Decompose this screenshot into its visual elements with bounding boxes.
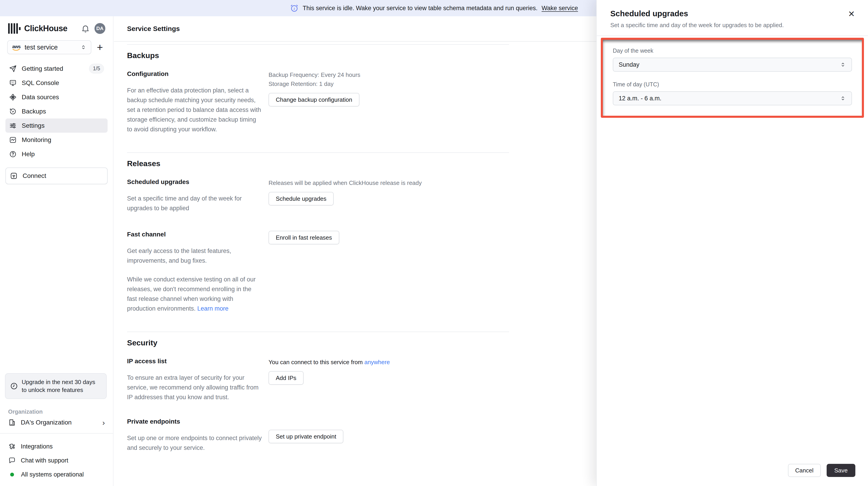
wifi-box-icon [10, 172, 18, 180]
status-text: All systems operational [21, 471, 84, 478]
day-of-week-value: Sunday [619, 61, 640, 68]
divider [127, 152, 509, 153]
service-selector[interactable]: aws test service [7, 40, 91, 54]
time-of-day-value: 12 a.m. - 6 a.m. [619, 95, 661, 102]
organization-name: DA's Organization [21, 419, 72, 426]
sidebar-item-integrations[interactable]: Integrations [8, 439, 105, 453]
connect-button[interactable]: Connect [5, 168, 107, 184]
aws-provider-icon: aws [12, 44, 21, 51]
sidebar-item-help[interactable]: Help [5, 147, 107, 161]
time-of-day-field: Time of day (UTC) 12 a.m. - 6 a.m. [613, 81, 852, 105]
sidebar-header: ClickHouse DA [0, 16, 113, 39]
upgrade-notice-card: Upgrade in the next 30 days to unlock mo… [5, 373, 107, 399]
backups-description: For an effective data protection plan, s… [127, 86, 263, 134]
organization-section-label: Organization [0, 408, 113, 419]
sidebar-item-getting-started[interactable]: Getting started 1/5 [5, 61, 107, 76]
brand-title: ClickHouse [24, 24, 67, 33]
notifications-bell-icon[interactable] [81, 24, 90, 33]
sidebar: ClickHouse DA aws test service + Getting… [0, 16, 114, 486]
add-ips-button[interactable]: Add IPs [269, 371, 304, 385]
configuration-label: Configuration [127, 70, 269, 78]
private-endpoints-row: Private endpoints Set up one or more end… [127, 418, 509, 453]
chat-bubble-icon [8, 457, 16, 464]
close-icon[interactable]: ✕ [848, 10, 855, 18]
divider [127, 332, 509, 332]
change-backup-configuration-button[interactable]: Change backup configuration [269, 93, 360, 107]
getting-started-progress-badge: 1/5 [89, 64, 104, 73]
panel-footer: Cancel Save [788, 464, 855, 477]
sidebar-item-settings[interactable]: Settings [5, 118, 107, 133]
time-of-day-select[interactable]: 12 a.m. - 6 a.m. [613, 91, 852, 105]
scheduled-upgrades-description: Set a specific time and day of the week … [127, 194, 263, 213]
fast-channel-description-1: Get early access to the latest features,… [127, 246, 263, 266]
security-section-heading: Security [127, 338, 509, 347]
scheduled-upgrades-row: Scheduled upgrades Set a specific time a… [127, 178, 509, 213]
private-endpoints-description: Set up one or more endpoints to connect … [127, 433, 263, 453]
page-title: Service Settings [127, 25, 180, 33]
sidebar-nav: Getting started 1/5 SQL Console Data sou… [0, 56, 113, 161]
clickhouse-logo-icon [8, 23, 21, 34]
backup-frequency-value: Backup Frequency: Every 24 hours [269, 70, 509, 79]
panel-header: Scheduled upgrades Set a specific time a… [597, 0, 868, 36]
save-button[interactable]: Save [827, 464, 855, 477]
learn-more-link[interactable]: Learn more [197, 305, 228, 312]
schedule-upgrades-button[interactable]: Schedule upgrades [269, 192, 334, 206]
status-ok-dot-icon [10, 473, 14, 477]
day-of-week-field: Day of the week Sunday [613, 48, 852, 72]
divider [127, 44, 509, 45]
add-service-button[interactable]: + [93, 40, 107, 54]
chevron-updown-icon [840, 61, 846, 68]
scheduled-upgrades-panel: Scheduled upgrades Set a specific time a… [596, 0, 868, 486]
building-icon [8, 419, 16, 426]
atom-icon [9, 93, 17, 101]
fast-channel-label: Fast channel [127, 231, 269, 238]
svg-text:z: z [293, 7, 295, 10]
connect-from-note: You can connect to this service from any… [269, 358, 509, 367]
sidebar-item-monitoring[interactable]: Monitoring [5, 133, 107, 147]
panel-description: Set a specific time and day of the week … [610, 22, 855, 29]
sliders-icon [9, 122, 17, 129]
sidebar-item-chat-support[interactable]: Chat with support [8, 453, 105, 467]
settings-content: Backups Configuration For an effective d… [114, 44, 509, 453]
ip-access-list-label: IP access list [127, 358, 269, 365]
releases-section-heading: Releases [127, 159, 509, 168]
backups-section-heading: Backups [127, 51, 509, 60]
help-circle-icon [9, 150, 17, 158]
alarm-clock-icon: z [290, 4, 299, 12]
backups-configuration-row: Configuration For an effective data prot… [127, 70, 509, 134]
ip-access-list-description: To ensure an extra layer of security for… [127, 373, 263, 402]
service-selector-row: aws test service + [0, 39, 113, 56]
history-clock-icon [9, 108, 17, 115]
sidebar-item-sql-console[interactable]: SQL Console [5, 76, 107, 90]
releases-note: Releases will be applied when ClickHouse… [269, 178, 509, 187]
private-endpoints-label: Private endpoints [127, 418, 269, 425]
chevron-right-icon: › [102, 419, 105, 426]
day-of-week-select[interactable]: Sunday [613, 58, 852, 72]
organization-switcher[interactable]: DA's Organization › [0, 419, 113, 433]
console-monitor-icon [9, 79, 17, 87]
sidebar-item-data-sources[interactable]: Data sources [5, 90, 107, 104]
chevron-updown-icon [840, 95, 846, 101]
panel-title: Scheduled upgrades [610, 9, 855, 18]
setup-private-endpoint-button[interactable]: Set up private endpoint [269, 430, 343, 443]
clock-icon [10, 382, 18, 390]
storage-retention-value: Storage Retention: 1 day [269, 79, 509, 88]
wake-service-link[interactable]: Wake service [541, 5, 578, 12]
anywhere-link[interactable]: anywhere [364, 359, 390, 366]
paper-plane-icon [9, 65, 17, 72]
user-avatar[interactable]: DA [94, 23, 105, 34]
time-of-day-label: Time of day (UTC) [613, 81, 852, 88]
highlight-annotation-box: Day of the week Sunday Time of day (UTC)… [601, 38, 864, 118]
enroll-fast-releases-button[interactable]: Enroll in fast releases [269, 231, 339, 244]
fast-channel-row: Fast channel Get early access to the lat… [127, 231, 509, 313]
service-name: test service [25, 43, 76, 51]
sidebar-footer: Integrations Chat with support All syste… [0, 433, 113, 486]
day-of-week-label: Day of the week [613, 48, 852, 54]
scheduled-upgrades-label: Scheduled upgrades [127, 178, 269, 186]
cancel-button[interactable]: Cancel [788, 464, 821, 477]
sidebar-item-system-status[interactable]: All systems operational [8, 467, 105, 482]
sidebar-item-backups[interactable]: Backups [5, 104, 107, 118]
ip-access-list-row: IP access list To ensure an extra layer … [127, 358, 509, 402]
upgrade-notice-text: Upgrade in the next 30 days to unlock mo… [22, 378, 102, 394]
chart-icon [9, 136, 17, 144]
